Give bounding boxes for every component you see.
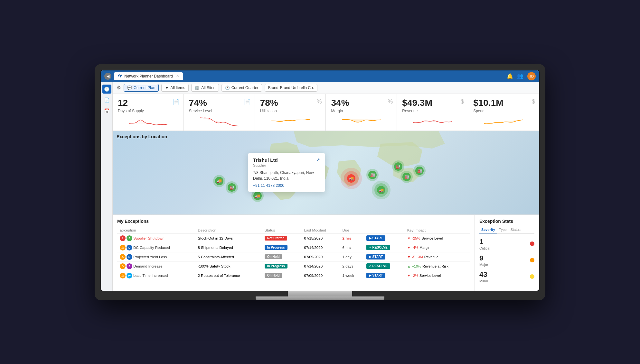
map-pin-east-asia[interactable]: 🏭 xyxy=(394,162,402,171)
exceptions-panel: My Exceptions Exception Description Stat… xyxy=(113,215,475,291)
exc-4-impact: ▲ +10% Revenue at Risk xyxy=(405,261,470,271)
back-button[interactable]: ◀ xyxy=(104,73,111,80)
filter-current-quarter[interactable]: 🕐 Current Quarter xyxy=(221,84,262,92)
exc-3-status: On Hold xyxy=(262,252,302,261)
kpi-service-level[interactable]: 74% Service Level 📄 xyxy=(184,94,255,131)
kpi-margin[interactable]: 34% Margin % xyxy=(326,94,397,131)
stat-critical-label: Critical xyxy=(479,246,490,250)
current-quarter-label: Current Quarter xyxy=(231,86,259,90)
popup-external-link[interactable]: ↗ xyxy=(316,157,320,162)
sidebar: 🕐 📄 📅 xyxy=(101,82,113,291)
kpi-margin-icon: % xyxy=(388,98,393,105)
all-sites-icon: 🏢 xyxy=(195,86,200,90)
exc-4-description: -100% Safety Stock xyxy=(195,261,262,271)
exc-5-type-icon: ⇌ xyxy=(127,273,132,278)
exc-5-status-badge: On Hold xyxy=(265,273,282,278)
map-pin-east-asia-2[interactable]: 🏭 xyxy=(402,173,411,181)
exc-2-action-btn[interactable]: ✓ RESOLVE xyxy=(366,245,390,250)
exception-row-1[interactable]: ! S Supplier Shutdown Stock-Out in 12 Da… xyxy=(117,233,470,243)
stats-title: Exception Stats xyxy=(479,219,534,224)
map-title: Exceptions by Location xyxy=(117,134,167,139)
exc-2-name: DC Capacity Reduced xyxy=(133,246,170,250)
exc-3-action-btn[interactable]: ▶ START xyxy=(366,254,386,259)
popup-info: Trishul Ltd Supplier xyxy=(253,157,278,167)
kpi-days-supply[interactable]: 12 Days of Supply 📄 xyxy=(113,94,184,131)
exception-row-3[interactable]: ⚠ D Projected Yield Loss 5 Constraints A… xyxy=(117,252,470,261)
map-pin-morocco[interactable]: 🚚 xyxy=(215,177,223,185)
stat-row-critical: 1 Critical xyxy=(479,238,534,250)
map-pin-india-green[interactable]: 🚚 xyxy=(377,186,385,194)
exc-5-due-value: 1 week xyxy=(343,274,354,278)
exc-3-modified: 07/09/2020 xyxy=(301,252,340,261)
exception-row-2[interactable]: ⚠ D DC Capacity Reduced 8 Shipments Dela… xyxy=(117,243,470,252)
map-pin-india-red[interactable]: 🚚 xyxy=(347,174,355,183)
sidebar-item-calendar[interactable]: 📅 xyxy=(102,106,111,115)
exc-1-due-value: 2 hrs xyxy=(343,236,352,240)
exc-1-impact-label: Service Level xyxy=(421,236,443,240)
avatar[interactable]: JD xyxy=(527,72,536,80)
exc-5-impact: ▼ -2% Service Level xyxy=(405,271,470,280)
exc-2-impact-val: -4% xyxy=(412,246,419,250)
exc-3-impact: ▼ -$1.3M Revenue xyxy=(405,252,470,261)
kpi-service-level-icon: 📄 xyxy=(244,98,251,105)
exc-3-name-cell: ⚠ D Projected Yield Loss xyxy=(117,252,195,261)
kpi-revenue[interactable]: $49.3M Revenue $ xyxy=(397,94,468,131)
exc-2-impact: ▼ -4% Margin xyxy=(405,243,470,252)
exc-2-type-icon: D xyxy=(127,245,132,250)
sidebar-item-clock[interactable]: 🕐 xyxy=(102,85,111,94)
exc-5-severity-icon: ⚠ xyxy=(120,273,126,278)
stats-tab-status[interactable]: Status xyxy=(509,226,522,233)
exc-4-action-btn[interactable]: ✓ RESOLVE xyxy=(366,263,390,269)
popup-phone[interactable]: +91 11 4178 2000 xyxy=(253,183,320,188)
filter-brand[interactable]: Brand Brand Umbrella Co. xyxy=(265,84,317,92)
exc-2-name-cell: ⚠ D DC Capacity Reduced xyxy=(117,243,195,252)
kpi-days-supply-icon: 📄 xyxy=(173,98,180,105)
sliders-icon[interactable]: ⚙ xyxy=(117,85,121,91)
all-sites-label: All Sites xyxy=(201,86,215,90)
stat-major-dot xyxy=(530,258,534,262)
exc-1-status-badge: Not Started xyxy=(265,236,287,241)
col-description: Description xyxy=(195,227,262,234)
exc-1-action-btn[interactable]: ▶ START xyxy=(366,235,386,241)
exc-3-severity-icon: ⚠ xyxy=(120,254,126,260)
exc-2-action[interactable]: ✓ RESOLVE xyxy=(364,243,405,252)
exc-1-name-cell: ! S Supplier Shutdown xyxy=(117,233,195,243)
users-icon[interactable]: 👥 xyxy=(517,73,523,79)
kpi-service-level-label: Service Level xyxy=(189,109,249,113)
stats-tab-type[interactable]: Type xyxy=(497,226,509,233)
sidebar-item-doc[interactable]: 📄 xyxy=(102,96,111,105)
exc-3-action[interactable]: ▶ START xyxy=(364,252,405,261)
map-background[interactable]: 🚚 🚚 🏭 🏭 🏭 🚚 🚚 🏭 🏭 🏭 🏭 xyxy=(113,131,539,214)
exc-4-name-cell: ⚠ S Demand Increase xyxy=(117,261,195,271)
exception-row-4[interactable]: ⚠ S Demand Increase -100% Safety Stock I… xyxy=(117,261,470,271)
kpi-days-supply-value: 12 xyxy=(118,98,178,108)
kpi-utilization[interactable]: 78% Utilization % xyxy=(255,94,326,131)
exception-row-5[interactable]: ⚠ ⇌ Lead Time Increased 2 Routes out of … xyxy=(117,271,470,280)
kpi-utilization-label: Utilization xyxy=(260,109,321,113)
exc-4-impact-val: +10% xyxy=(412,264,421,268)
exc-5-action-btn[interactable]: ▶ START xyxy=(366,273,386,278)
exc-5-due: 1 week xyxy=(340,271,364,280)
title-bar-right: 🔔 👥 JD xyxy=(507,72,536,80)
main-tab[interactable]: 🗺 Network Planner Dashboard ✕ xyxy=(114,72,183,80)
exc-1-severity-icon: ! xyxy=(120,235,126,241)
laptop-stand xyxy=(100,291,540,300)
exc-5-name: Lead Time Increased xyxy=(133,274,168,278)
stats-tab-severity[interactable]: Severity xyxy=(479,226,497,233)
kpi-spend[interactable]: $10.1M Spend $ xyxy=(468,94,539,131)
filter-current-plan[interactable]: 💬 Current Plan xyxy=(124,84,159,92)
notification-icon[interactable]: 🔔 xyxy=(507,73,513,79)
filter-all-sites[interactable]: 🏢 All Sites xyxy=(191,84,219,92)
exc-5-action[interactable]: ▶ START xyxy=(364,271,405,280)
popup-company-name: Trishul Ltd xyxy=(253,157,278,163)
exc-2-impact-label: Margin xyxy=(419,246,430,250)
brand-label: Brand xyxy=(268,86,278,90)
exc-5-status: On Hold xyxy=(262,271,302,280)
tab-close-button[interactable]: ✕ xyxy=(176,74,179,78)
exc-4-status: In Progress xyxy=(262,261,302,271)
filter-all-items[interactable]: ▼ All Items xyxy=(161,84,189,92)
kpi-spend-label: Spend xyxy=(473,109,534,113)
exc-4-action[interactable]: ✓ RESOLVE xyxy=(364,261,405,271)
exc-4-severity-icon: ⚠ xyxy=(120,263,126,269)
exc-1-action[interactable]: ▶ START xyxy=(364,233,405,243)
